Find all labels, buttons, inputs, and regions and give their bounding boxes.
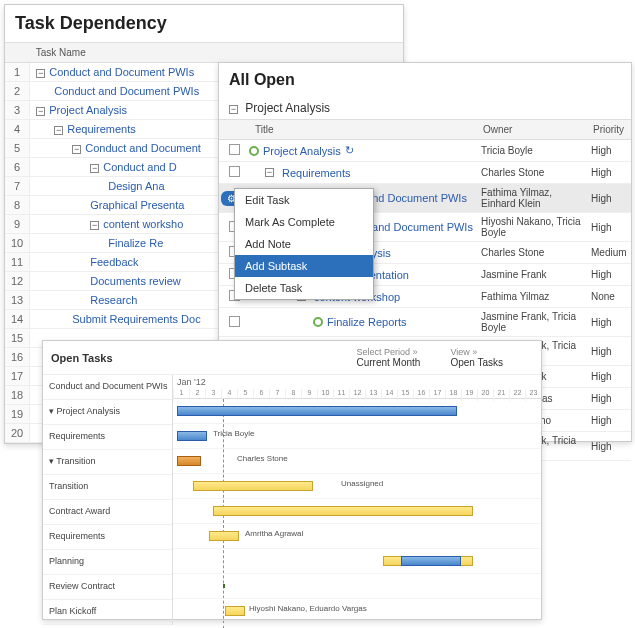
gantt-row xyxy=(173,499,541,524)
root-node[interactable]: − Project Analysis xyxy=(219,97,631,119)
gantt-bar[interactable] xyxy=(225,606,245,616)
gantt-bar-label: Charles Stone xyxy=(237,454,288,463)
owner-cell: Jasmine Frank xyxy=(477,266,587,283)
gantt-bar[interactable] xyxy=(177,406,457,416)
collapse-icon[interactable]: − xyxy=(265,168,274,177)
row-number: 11 xyxy=(5,253,30,272)
checkbox[interactable] xyxy=(229,166,240,177)
gantt-title: Open Tasks xyxy=(51,352,113,364)
menu-item-edit-task[interactable]: Edit Task xyxy=(235,189,373,211)
gantt-bar-label: Unassigned xyxy=(341,479,383,488)
row-number: 14 xyxy=(5,310,30,329)
gantt-row xyxy=(173,399,541,424)
task-name: Project Analysis xyxy=(49,104,127,116)
priority-cell: High xyxy=(587,190,631,207)
collapse-icon[interactable]: − xyxy=(90,164,99,173)
row-number: 8 xyxy=(5,196,30,215)
gantt-bar-label: Amritha Agrawal xyxy=(245,529,303,538)
row-number: 4 xyxy=(5,120,30,139)
priority-cell: High xyxy=(587,142,631,159)
gantt-task-label[interactable]: Requirements xyxy=(43,425,172,450)
task-row[interactable]: Finalize ReportsJasmine Frank, Tricia Bo… xyxy=(219,308,631,337)
row-number: 19 xyxy=(5,405,30,424)
owner-cell: Fathima Yilmaz, Einhard Klein xyxy=(477,184,587,212)
gantt-task-label[interactable]: Planning xyxy=(43,550,172,575)
gantt-bar[interactable] xyxy=(177,431,207,441)
priority-cell: High xyxy=(587,219,631,236)
task-name: Conduct and Document xyxy=(85,142,201,154)
gantt-bar[interactable] xyxy=(177,456,201,466)
gantt-row: Unassigned xyxy=(173,474,541,499)
priority-cell: High xyxy=(587,368,631,385)
task-name: Conduct and D xyxy=(103,161,176,173)
gantt-row xyxy=(173,549,541,574)
collapse-icon[interactable]: − xyxy=(36,107,45,116)
refresh-icon[interactable]: ↻ xyxy=(345,144,354,157)
collapse-icon[interactable]: − xyxy=(229,105,238,114)
task-name: Design Ana xyxy=(108,180,164,192)
priority-cell: High xyxy=(587,412,631,429)
status-icon xyxy=(313,317,323,327)
row-number: 9 xyxy=(5,215,30,234)
task-name: Graphical Presenta xyxy=(90,199,184,211)
owner-cell: Hiyoshi Nakano, Tricia Boyle xyxy=(477,213,587,241)
gantt-task-label[interactable]: Review Contract xyxy=(43,575,172,600)
row-number: 5 xyxy=(5,139,30,158)
gantt-task-label[interactable]: Requirements xyxy=(43,525,172,550)
task-title: Finalize Reports xyxy=(327,316,406,328)
checkbox[interactable] xyxy=(229,144,240,155)
priority-cell: High xyxy=(587,164,631,181)
collapse-icon[interactable]: − xyxy=(90,221,99,230)
row-number: 3 xyxy=(5,101,30,120)
menu-item-add-note[interactable]: Add Note xyxy=(235,233,373,255)
owner-cell: Charles Stone xyxy=(477,164,587,181)
task-dependency-title: Task Dependency xyxy=(5,5,403,42)
menu-item-mark-as-complete[interactable]: Mark As Complete xyxy=(235,211,373,233)
gantt-bar[interactable] xyxy=(213,506,473,516)
collapse-icon[interactable]: − xyxy=(72,145,81,154)
priority-cell: High xyxy=(587,390,631,407)
status-icon xyxy=(249,146,259,156)
row-number: 10 xyxy=(5,234,30,253)
task-row[interactable]: −RequirementsCharles StoneHigh xyxy=(219,162,631,184)
all-open-header: Title Owner Priority xyxy=(219,119,631,140)
gantt-bar[interactable] xyxy=(193,481,313,491)
gantt-row: Hiyoshi Nakano, Eduardo Vargas xyxy=(173,599,541,624)
all-open-title: All Open xyxy=(219,63,631,97)
gantt-row xyxy=(173,624,541,628)
gantt-task-label[interactable]: Conduct and Document PWIs xyxy=(43,375,172,400)
gantt-row: Tricia Boyle xyxy=(173,424,541,449)
task-name: Finalize Re xyxy=(108,237,163,249)
row-number: 13 xyxy=(5,291,30,310)
task-title: Requirements xyxy=(282,167,350,179)
gantt-task-label[interactable]: Contract Award xyxy=(43,500,172,525)
menu-item-delete-task[interactable]: Delete Task xyxy=(235,277,373,299)
row-number: 1 xyxy=(5,63,30,82)
row-number: 20 xyxy=(5,424,30,443)
task-name: Feedback xyxy=(90,256,138,268)
priority-cell: High xyxy=(587,266,631,283)
task-name: Requirements xyxy=(67,123,135,135)
collapse-icon[interactable]: − xyxy=(54,126,63,135)
col-title: Title xyxy=(249,120,477,139)
task-title: Project Analysis xyxy=(263,145,341,157)
col-priority: Priority xyxy=(587,120,631,139)
view-selector[interactable]: View » Open Tasks xyxy=(450,347,503,368)
gantt-bar[interactable] xyxy=(223,584,225,588)
collapse-icon[interactable]: − xyxy=(36,69,45,78)
checkbox[interactable] xyxy=(229,316,240,327)
gantt-row: Amritha Agrawal xyxy=(173,524,541,549)
gantt-task-label[interactable]: ▾ Transition xyxy=(43,450,172,475)
gantt-row: Charles Stone xyxy=(173,449,541,474)
gantt-task-label[interactable]: Transition xyxy=(43,475,172,500)
gantt-task-label[interactable]: ▾ Project Analysis xyxy=(43,400,172,425)
col-owner: Owner xyxy=(477,120,587,139)
gantt-task-label[interactable]: Plan Kickoff xyxy=(43,600,172,625)
period-selector[interactable]: Select Period » Current Month xyxy=(356,347,420,368)
task-row[interactable]: Project Analysis↻Tricia BoyleHigh xyxy=(219,140,631,162)
row-number: 15 xyxy=(5,329,30,348)
gantt-bar[interactable] xyxy=(209,531,239,541)
menu-item-add-subtask[interactable]: Add Subtask xyxy=(235,255,373,277)
task-name: Documents review xyxy=(90,275,180,287)
gantt-bar[interactable] xyxy=(401,556,461,566)
